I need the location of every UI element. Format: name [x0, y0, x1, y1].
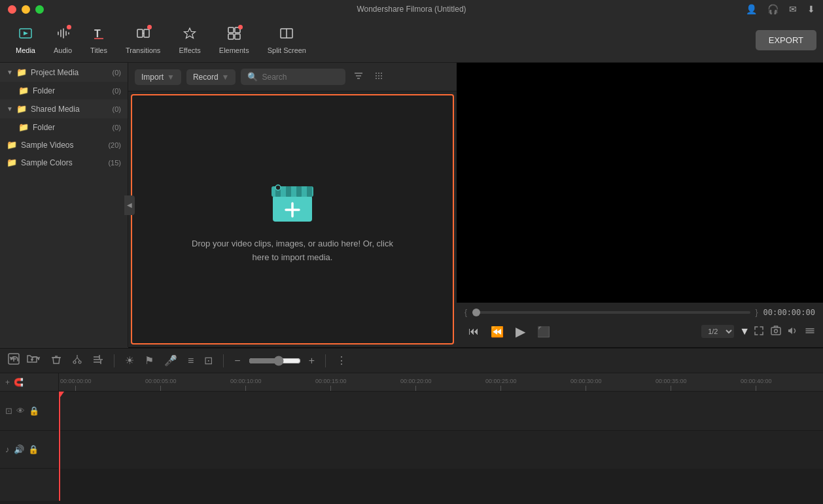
svg-point-39 [775, 329, 778, 333]
shared-media-label: Shared Media [31, 105, 80, 114]
sidebar-collapse-arrow[interactable]: ◀ [124, 195, 135, 215]
video-track-eye-icon[interactable]: 👁 [16, 406, 25, 416]
filter-button[interactable] [351, 68, 366, 86]
tl-separator-2 [223, 354, 224, 367]
add-media-button[interactable] [8, 353, 20, 367]
ruler-mark-30s: 00:00:30:00 [570, 378, 602, 391]
audio-track-volume-icon[interactable]: 🔊 [14, 445, 24, 454]
playhead[interactable] [59, 392, 60, 501]
stop-button[interactable]: ⬛ [533, 323, 554, 341]
snapshot-button[interactable] [771, 326, 781, 338]
timeline-ruler[interactable]: 00:00:00:00 00:00:05:00 00:00:10:00 00:0… [59, 373, 823, 392]
mail-icon[interactable]: ✉ [789, 4, 797, 14]
video-track-area[interactable] [59, 392, 823, 431]
audio-track-note-icon[interactable]: ♪ [5, 445, 10, 454]
tl-pip-button[interactable]: ⊡ [201, 352, 215, 369]
video-track-lock-icon[interactable]: 🔒 [29, 406, 39, 416]
search-input[interactable] [262, 73, 339, 82]
window-controls[interactable] [8, 5, 44, 14]
sidebar-item-shared-media[interactable]: ▼ 📁 Shared Media (0) [0, 99, 128, 118]
media-drop-area[interactable]: Drop your video clips, images, or audio … [131, 94, 454, 344]
sidebar: ▼ 📁 Project Media (0) 📁 Folder (0) ▼ 📁 S… [0, 63, 128, 347]
sidebar-item-sample-colors[interactable]: 📁 Sample Colors (15) [0, 154, 128, 171]
mark-in-button[interactable]: { [464, 308, 467, 317]
folder-1-icon: 📁 [18, 86, 29, 95]
tl-separator-3 [325, 354, 326, 367]
toolbar-item-titles[interactable]: T Titles [81, 22, 116, 58]
svg-point-22 [376, 78, 377, 79]
progress-handle[interactable] [472, 309, 480, 316]
transitions-label: Transitions [126, 46, 160, 54]
folder-1-count: (0) [113, 87, 121, 95]
add-folder-button[interactable] [26, 353, 38, 367]
close-button[interactable] [8, 5, 16, 14]
add-track-button[interactable]: + [5, 378, 10, 387]
tl-mic-button[interactable]: 🎤 [162, 352, 180, 369]
tl-zoom-out-button[interactable]: − [232, 352, 243, 369]
account-icon[interactable]: 👤 [746, 4, 757, 14]
svg-point-35 [275, 185, 281, 190]
toolbar-item-media[interactable]: Media [7, 22, 44, 58]
fullscreen-button[interactable] [754, 326, 764, 338]
grid-view-button[interactable] [372, 68, 387, 86]
zoom-range-input[interactable] [249, 356, 301, 366]
main-content-area: ▼ 📁 Project Media (0) 📁 Folder (0) ▼ 📁 S… [0, 63, 823, 347]
play-button[interactable]: ▶ [512, 321, 529, 342]
download-icon[interactable]: ⬇ [807, 4, 815, 14]
video-track-video-icon[interactable]: ⊡ [5, 406, 12, 416]
sidebar-item-folder-2[interactable]: 📁 Folder (0) [0, 118, 128, 136]
step-back-button[interactable]: ⏮ [464, 323, 483, 340]
mark-out-button[interactable]: } [756, 308, 758, 317]
ruler-mark-40s: 00:00:40:00 [741, 378, 772, 391]
svg-rect-9 [235, 34, 240, 39]
ruler-mark-10s: 00:00:10:00 [230, 378, 262, 391]
track-label-header: + 🧲 [0, 373, 58, 392]
progress-bar[interactable] [472, 311, 750, 314]
preview-quality: 1/2 1/4 Full ▼ [701, 325, 750, 338]
tl-subtitle-button[interactable]: ≡ [185, 352, 196, 369]
zoom-slider[interactable] [249, 356, 301, 366]
timecode: 00:00:00:00 [763, 308, 815, 317]
media-panel-toolbar: Import ▼ Record ▼ 🔍 [128, 63, 457, 92]
elements-icon [227, 26, 241, 44]
preview-progress-bar: { } 00:00:00:00 [464, 308, 815, 317]
expand-button[interactable] [805, 326, 815, 338]
svg-rect-34 [307, 186, 312, 197]
timeline-ruler-area: 00:00:00:00 00:00:05:00 00:00:10:00 00:0… [59, 373, 823, 501]
record-label: Record [193, 73, 219, 82]
minimize-button[interactable] [22, 5, 30, 14]
toolbar-item-elements[interactable]: Elements [210, 22, 258, 58]
toolbar-item-splitscreen[interactable]: Split Screen [258, 22, 315, 58]
search-box[interactable]: 🔍 [241, 69, 345, 85]
sidebar-item-sample-videos[interactable]: 📁 Sample Videos (20) [0, 136, 128, 154]
magnet-button[interactable]: 🧲 [14, 378, 24, 387]
svg-point-24 [378, 75, 379, 76]
project-media-label: Project Media [31, 68, 79, 77]
svg-text:T: T [94, 28, 101, 39]
maximize-button[interactable] [35, 5, 44, 14]
project-media-folder-icon: 📁 [16, 67, 27, 77]
headset-icon[interactable]: 🎧 [767, 4, 779, 14]
sidebar-item-folder-1[interactable]: 📁 Folder (0) [0, 82, 128, 99]
tl-marker-button[interactable]: ⚑ [142, 352, 156, 369]
video-track-label: ⊡ 👁 🔒 [0, 392, 58, 431]
toolbar-item-transitions[interactable]: Transitions [116, 22, 169, 58]
svg-rect-3 [137, 29, 143, 37]
audio-track-lock-icon[interactable]: 🔒 [28, 445, 39, 454]
toolbar-item-audio[interactable]: Audio [44, 22, 81, 58]
media-icon [18, 26, 33, 44]
toolbar-item-effects[interactable]: Effects [169, 22, 209, 58]
sidebar-bottom-actions [0, 347, 128, 373]
audio-track-area[interactable] [59, 431, 823, 469]
import-button[interactable]: Import ▼ [135, 69, 181, 85]
record-button[interactable]: Record ▼ [186, 69, 236, 85]
frame-back-button[interactable]: ⏪ [487, 323, 508, 341]
tl-zoom-in-button[interactable]: + [306, 352, 317, 369]
tl-more-button[interactable]: ⋮ [334, 352, 349, 369]
elements-label: Elements [219, 46, 249, 54]
quality-select[interactable]: 1/2 1/4 Full [701, 325, 734, 338]
export-button[interactable]: EXPORT [756, 30, 816, 50]
volume-button[interactable] [788, 326, 798, 338]
preview-controls: { } 00:00:00:00 ⏮ ⏪ ▶ ⬛ 1/2 1/4 Full [457, 303, 823, 347]
sidebar-item-project-media[interactable]: ▼ 📁 Project Media (0) [0, 63, 128, 82]
